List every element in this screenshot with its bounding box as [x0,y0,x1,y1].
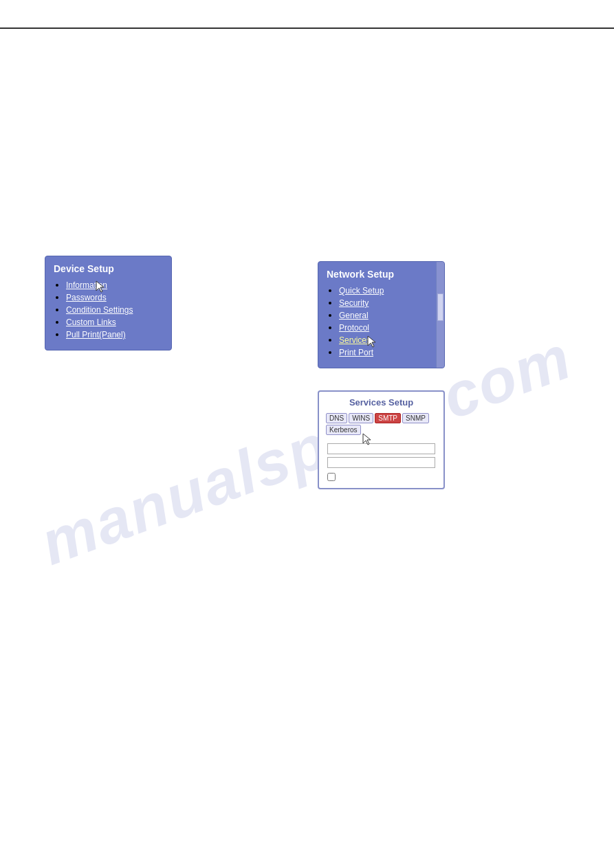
information-link[interactable]: Information [66,280,107,290]
list-item: Information [66,280,163,290]
services-input-1[interactable] [327,443,435,454]
list-item: General [339,310,435,320]
network-setup-list: Quick Setup Security General Protocol Se… [327,285,435,357]
services-tabs: DNS WINS SMTP SNMP Kerberos [326,413,437,435]
condition-settings-link[interactable]: Condition Settings [66,305,133,315]
smtp-tab[interactable]: SMTP [375,413,401,423]
network-setup-box: Network Setup Quick Setup Security Gener… [318,261,445,368]
services-input-group [326,441,437,471]
device-setup-box: Device Setup Information Passwords Condi… [45,256,172,350]
network-setup-title: Network Setup [327,269,435,280]
security-link[interactable]: Security [339,298,369,308]
list-item: Services [339,335,435,345]
general-link[interactable]: General [339,311,369,320]
list-item: Security [339,298,435,308]
list-item: Print Port [339,347,435,357]
device-setup-title: Device Setup [54,263,163,274]
list-item: Custom Links [66,317,163,327]
list-item: Quick Setup [339,285,435,296]
list-item: Passwords [66,292,163,302]
services-link[interactable]: Services [339,335,371,345]
services-checkbox[interactable] [327,473,336,481]
services-setup-title: Services Setup [326,397,437,408]
wins-tab[interactable]: WINS [349,413,373,423]
network-setup-scrollbar[interactable] [436,262,444,368]
watermark-text: manualsplive.com [32,322,581,579]
services-input-2[interactable] [327,457,435,468]
pull-print-link[interactable]: Pull Print(Panel) [66,330,126,340]
cursor3-icon [362,432,374,446]
list-item: Condition Settings [66,304,163,315]
kerberos-tab[interactable]: Kerberos [326,425,361,435]
protocol-link[interactable]: Protocol [339,323,369,333]
custom-links-link[interactable]: Custom Links [66,318,116,327]
services-setup-box: Services Setup DNS WINS SMTP SNMP Kerber… [318,390,445,489]
passwords-link[interactable]: Passwords [66,293,107,302]
svg-marker-2 [363,434,371,445]
list-item: Pull Print(Panel) [66,329,163,340]
device-setup-list: Information Passwords Condition Settings… [54,280,163,340]
scroll-thumb[interactable] [437,293,443,321]
print-port-link[interactable]: Print Port [339,348,373,357]
dns-tab[interactable]: DNS [326,413,347,423]
snmp-tab[interactable]: SNMP [402,413,429,423]
top-border [0,27,614,29]
quick-setup-link[interactable]: Quick Setup [339,286,384,296]
list-item: Protocol [339,322,435,333]
